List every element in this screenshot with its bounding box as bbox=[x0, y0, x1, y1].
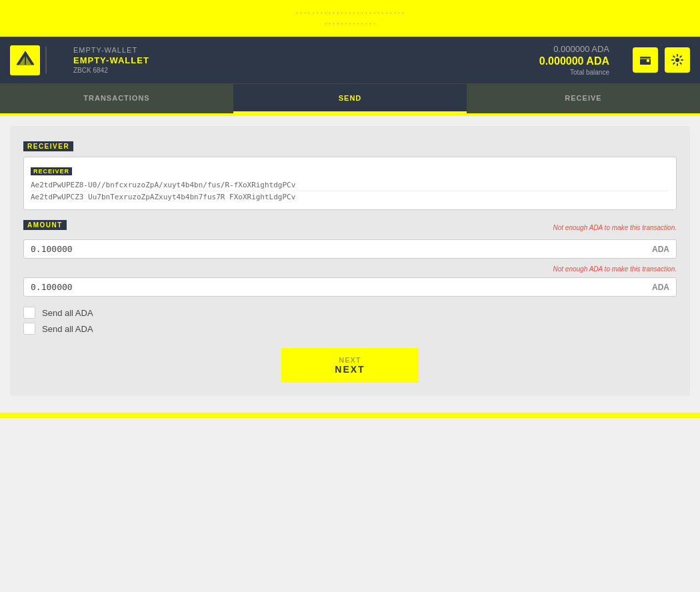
wallet-name-empty: EMPTY-WALLET bbox=[73, 46, 149, 54]
wallet-icon-button[interactable] bbox=[633, 47, 658, 73]
checkbox-1[interactable] bbox=[23, 307, 35, 319]
amount-section-label: AMOUNT bbox=[23, 220, 67, 230]
amount-error-1: Not enough ADA to make this transaction. bbox=[553, 224, 677, 231]
bottom-bar bbox=[0, 413, 700, 418]
balance-top: 0.000000 ADA bbox=[553, 44, 609, 54]
checkbox-2[interactable] bbox=[23, 323, 35, 335]
next-button-text-top: Next bbox=[335, 356, 365, 364]
send-form-container: RECEIVER RECEIVER Ae2tdPwUPEZ8-U0//bnfcx… bbox=[10, 126, 690, 396]
top-banner: · · · · · · · · · · · · · · · · · · · · … bbox=[0, 0, 700, 37]
amount-header-row-2: Not enough ADA to make this transaction. bbox=[23, 264, 677, 273]
amount-header-row-1: AMOUNT Not enough ADA to make this trans… bbox=[23, 220, 677, 235]
amount-input-container-1[interactable]: ADA bbox=[23, 239, 677, 259]
wallet-address: ZBCK 6842 bbox=[73, 67, 149, 74]
nav-bar: TRANSACTIONS SEND RECEIVE bbox=[0, 83, 700, 113]
amount-section: AMOUNT Not enough ADA to make this trans… bbox=[23, 220, 677, 297]
balance-area: 0.000000 ADA 0.000000 ADA Total balance bbox=[539, 44, 609, 76]
tab-send[interactable]: SEND bbox=[233, 84, 467, 113]
send-all-ada-label-2: Send all ADA bbox=[42, 324, 93, 334]
amount-input-container-2[interactable]: ADA bbox=[23, 277, 677, 297]
main-content: RECEIVER RECEIVER Ae2tdPwUPEZ8-U0//bnfcx… bbox=[0, 116, 700, 413]
checkbox-rows: Send all ADA Send all ADA bbox=[23, 307, 677, 335]
next-button-text: Next bbox=[335, 364, 365, 375]
send-all-ada-label-1: Send all ADA bbox=[42, 308, 93, 318]
receiver-section-label: RECEIVER bbox=[23, 141, 73, 151]
header-icons bbox=[633, 47, 690, 73]
tab-transactions[interactable]: TRANSACTIONS bbox=[0, 84, 233, 113]
wallet-name-active: EMPTY-WALLET bbox=[73, 55, 149, 65]
settings-icon-button[interactable] bbox=[665, 47, 690, 73]
send-all-ada-row-1[interactable]: Send all ADA bbox=[23, 307, 677, 319]
logo-divider bbox=[45, 47, 47, 73]
logo-icon bbox=[10, 45, 40, 75]
amount-input-1[interactable] bbox=[31, 244, 652, 254]
next-button[interactable]: Next Next bbox=[281, 348, 418, 383]
amount-currency-2: ADA bbox=[652, 283, 669, 292]
svg-point-5 bbox=[675, 58, 679, 62]
receiver-address-row-1: Ae2tdPwUPEZ8-U0//bnfcxruzoZpA/xuyt4b4bn/… bbox=[31, 179, 669, 191]
receiver-address-row-2: Ae2tdPwUPCZ3 Uu7bnTexruzoZpAZxuyt4b4bn7f… bbox=[31, 191, 669, 203]
button-area: Next Next bbox=[23, 348, 677, 383]
amount-error-2: Not enough ADA to make this transaction. bbox=[553, 265, 677, 273]
send-all-ada-row-2[interactable]: Send all ADA bbox=[23, 323, 677, 335]
wallet-info: EMPTY-WALLET EMPTY-WALLET ZBCK 6842 bbox=[73, 46, 149, 74]
receiver-box: RECEIVER Ae2tdPwUPEZ8-U0//bnfcxruzoZpA/x… bbox=[23, 157, 677, 210]
balance-sub: Total balance bbox=[570, 69, 609, 76]
svg-rect-4 bbox=[647, 59, 649, 62]
header-bar: EMPTY-WALLET EMPTY-WALLET ZBCK 6842 0.00… bbox=[0, 37, 700, 83]
amount-input-2[interactable] bbox=[31, 282, 652, 292]
top-banner-text: · · · · · · · · · · · · · · · · · · · · … bbox=[296, 8, 404, 29]
receiver-inner-label: RECEIVER bbox=[31, 167, 72, 175]
balance-main: 0.000000 ADA bbox=[539, 55, 609, 67]
amount-currency-1: ADA bbox=[652, 245, 669, 254]
logo-area bbox=[10, 45, 63, 75]
tab-receive[interactable]: RECEIVE bbox=[467, 84, 700, 113]
